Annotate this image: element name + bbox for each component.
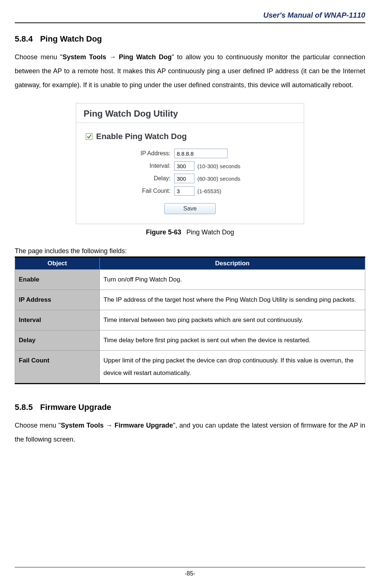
cell-object: Fail Count: [15, 351, 100, 384]
panel-title: Ping Watch Dog Utility: [76, 103, 304, 123]
row-delay: Delay: (60-300) seconds: [130, 174, 294, 183]
header-divider: [15, 22, 365, 23]
table-row: Interval Time interval between two ping …: [15, 310, 365, 330]
intro-pre: Choose menu ": [15, 422, 61, 429]
delay-label: Delay:: [130, 175, 174, 182]
failcount-suffix: (1-65535): [197, 188, 221, 194]
fields-table: Object Description Enable Turn on/off Pi…: [15, 256, 365, 384]
delay-suffix: (60-300) seconds: [197, 176, 240, 182]
section1-paragraph: Choose menu "System Tools → Ping Watch D…: [15, 50, 365, 92]
section-number: 5.8.5: [15, 403, 33, 412]
section-heading-ping: 5.8.4Ping Watch Dog: [15, 34, 365, 44]
cell-object: Interval: [15, 310, 100, 330]
panel-body: Enable Ping Watch Dog IP Address: Interv…: [76, 124, 304, 224]
cell-description: The IP address of the target host where …: [100, 290, 365, 310]
th-description: Description: [100, 257, 365, 270]
ip-input[interactable]: [174, 149, 228, 158]
cell-description: Upper limit of the ping packet the devic…: [100, 351, 365, 384]
page-number: -85-: [185, 570, 195, 577]
fields-intro: The page includes the following fields:: [15, 247, 365, 255]
row-interval: Interval: (10-300) seconds: [130, 161, 294, 171]
table-row: Fail Count Upper limit of the ping packe…: [15, 351, 365, 384]
section-heading-firmware: 5.8.5Firmware Upgrade: [15, 403, 365, 412]
caption-bold: Figure 5-63: [146, 229, 181, 236]
intro-bold: System Tools → Firmware Upgrade: [61, 422, 173, 429]
enable-label: Enable Ping Watch Dog: [96, 132, 187, 141]
section-title: Firmware Upgrade: [40, 403, 111, 412]
form-rows: IP Address: Interval: (10-300) seconds D…: [86, 149, 294, 196]
th-object: Object: [15, 257, 100, 270]
save-button[interactable]: Save: [164, 203, 216, 214]
ip-label: IP Address:: [130, 150, 174, 157]
row-ip: IP Address:: [130, 149, 294, 158]
page-footer: -85-: [0, 567, 380, 577]
row-failcount: Fail Count: (1-65535): [130, 186, 294, 196]
section-number: 5.8.4: [15, 34, 33, 43]
interval-suffix: (10-300) seconds: [197, 163, 240, 169]
footer-divider: [15, 567, 365, 567]
failcount-label: Fail Count:: [130, 188, 174, 194]
cell-description: Turn on/off Ping Watch Dog.: [100, 270, 365, 290]
table-row: Delay Time delay before first ping packe…: [15, 330, 365, 351]
section-title: Ping Watch Dog: [40, 34, 102, 43]
doc-header-title: User's Manual of WNAP-1110: [15, 11, 365, 20]
checkmark-icon: [87, 134, 92, 139]
cell-description: Time interval between two ping packets w…: [100, 310, 365, 330]
cell-description: Time delay before first ping packet is s…: [100, 330, 365, 351]
figure-container: Ping Watch Dog Utility Enable Ping Watch…: [15, 103, 365, 224]
failcount-input[interactable]: [174, 186, 194, 196]
interval-label: Interval:: [130, 163, 174, 169]
caption-text: Ping Watch Dog: [186, 229, 234, 236]
cell-object: Delay: [15, 330, 100, 351]
figure-caption: Figure 5-63Ping Watch Dog: [15, 229, 365, 236]
intro-bold: System Tools → Ping Watch Dog: [63, 53, 172, 61]
ping-watchdog-panel: Ping Watch Dog Utility Enable Ping Watch…: [76, 103, 304, 224]
enable-row: Enable Ping Watch Dog: [86, 132, 294, 141]
enable-checkbox[interactable]: [86, 133, 92, 140]
table-row: Enable Turn on/off Ping Watch Dog.: [15, 270, 365, 290]
table-row: IP Address The IP address of the target …: [15, 290, 365, 310]
cell-object: Enable: [15, 270, 100, 290]
save-row: Save: [86, 203, 294, 214]
interval-input[interactable]: [174, 161, 194, 171]
section2-paragraph: Choose menu "System Tools → Firmware Upg…: [15, 419, 365, 447]
delay-input[interactable]: [174, 174, 194, 183]
intro-pre: Choose menu ": [15, 53, 63, 61]
cell-object: IP Address: [15, 290, 100, 310]
